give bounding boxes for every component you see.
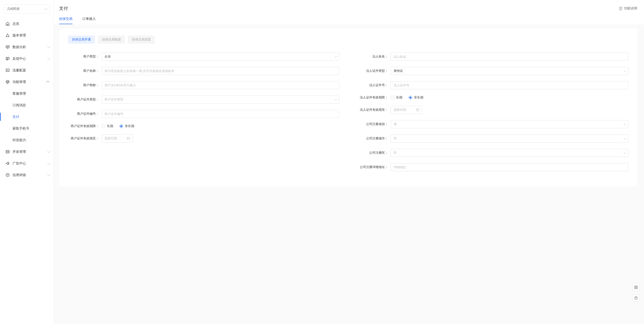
chevron-down-icon (47, 150, 50, 153)
chevron-down-icon (624, 69, 626, 72)
nav-label: 功能管理 (12, 80, 47, 84)
sub-item[interactable]: 支付 (0, 111, 54, 122)
calendar-icon (127, 137, 130, 140)
chevron-down-icon (47, 56, 50, 60)
nav-item-home[interactable]: 总览 (0, 18, 54, 30)
app-selector-label: 几何民宿 (7, 7, 20, 11)
nav: 总览版本管理数据分析反馈中心流量配置功能管理客服管理订阅消息支付获取手机号抖音能… (0, 18, 54, 181)
svg-rect-21 (416, 109, 419, 111)
svg-point-12 (8, 175, 8, 175)
chevron-down-icon (47, 45, 50, 48)
radio-long-term[interactable]: 长期 (102, 124, 113, 128)
radio-not-long-term[interactable]: 非长期 (120, 124, 134, 128)
chevron-down-icon (334, 98, 337, 100)
version-icon (5, 33, 10, 38)
radio-legal-not-long-term[interactable]: 非长期 (408, 96, 423, 100)
label-merchant-cert-valid: 商户证件有效期限： (68, 124, 102, 128)
doc-icon (619, 7, 622, 10)
sidebar: 几何民宿 总览版本管理数据分析反馈中心流量配置功能管理客服管理订阅消息支付获取手… (0, 0, 54, 324)
nav-item-version[interactable]: 版本管理 (0, 30, 54, 41)
select-province[interactable]: 省 (391, 120, 628, 128)
sub-item[interactable]: 订阅消息 (0, 99, 54, 111)
nav-label: 信用评级 (12, 173, 47, 177)
chevron-down-icon (47, 161, 50, 164)
svg-rect-17 (127, 138, 130, 140)
label-legal-cert-expiry: 法人证件有效期至： (357, 108, 391, 112)
seg-tabs: 担保交易开通担保交易数据担保交易设置 (68, 36, 628, 44)
code-icon (5, 150, 10, 154)
help-button[interactable] (632, 294, 640, 302)
nav-item-code[interactable]: 开发管理 (0, 146, 54, 158)
home-icon (5, 22, 10, 26)
input-merchant-short[interactable] (102, 81, 339, 89)
select-district[interactable]: 区 (391, 149, 628, 157)
chevron-down-icon (624, 137, 626, 140)
form-col-left: 商户类型： 企业 商户名称： (68, 52, 339, 178)
floating-buttons (632, 284, 640, 302)
sub-item[interactable]: 抖音能力 (0, 134, 54, 146)
select-city[interactable]: 市 (391, 134, 628, 142)
chevron-down-icon (624, 151, 626, 154)
date-legal-cert-expiry[interactable]: 选择日期 (391, 106, 422, 114)
qr-icon (634, 286, 638, 289)
main: 支付 功能说明 担保交易订单接入 担保交易开通担保交易数据担保交易设置 (54, 0, 644, 324)
nav-item-feedback[interactable]: 反馈中心 (0, 53, 54, 64)
select-merchant-type[interactable]: 企业 (102, 52, 339, 61)
nav-label: 版本管理 (12, 33, 50, 38)
select-merchant-cert-type[interactable]: 商户证件类型 (102, 96, 339, 104)
label-merchant-short: 商户简称： (68, 83, 102, 87)
nav-item-megaphone[interactable]: 广告中心 (0, 158, 54, 169)
input-merchant-cert-no[interactable] (102, 110, 339, 118)
label-legal-cert-no: 法人证件号： (357, 83, 391, 87)
nav-item-traffic[interactable]: 流量配置 (0, 64, 54, 76)
label-legal-cert-valid: 法人证件有效期限： (357, 96, 391, 100)
label-legal-name: 法人姓名： (357, 54, 391, 58)
radio-legal-cert-valid: 长期 非长期 (391, 96, 628, 100)
seg-tab[interactable]: 担保交易开通 (68, 36, 95, 44)
traffic-icon (5, 68, 10, 72)
sub-item[interactable]: 获取手机号 (0, 122, 54, 134)
feedback-icon (5, 56, 10, 61)
input-legal-cert-no[interactable] (391, 81, 628, 89)
nav-label: 流量配置 (12, 68, 50, 72)
chevron-down-icon (47, 173, 50, 176)
label-merchant-type: 商户类型： (68, 54, 102, 58)
nav-label: 广告中心 (12, 161, 47, 166)
svg-point-30 (636, 299, 636, 299)
seg-tab[interactable]: 担保交易数据 (98, 36, 125, 44)
chart-icon (5, 45, 10, 49)
label-address: 公司注册详细地址： (357, 165, 391, 169)
app-selector[interactable]: 几何民宿 (4, 4, 50, 14)
cube-icon (5, 80, 10, 84)
nav-item-gauge[interactable]: 信用评级 (0, 169, 54, 181)
sub-item[interactable]: 客服管理 (0, 88, 54, 99)
nav-label: 开发管理 (12, 150, 47, 154)
date-merchant-cert-expiry[interactable]: 选择日期 (102, 134, 133, 142)
label-merchant-cert-expiry: 商户证件有效期至： (68, 136, 102, 140)
seg-tab[interactable]: 担保交易设置 (128, 36, 155, 44)
label-legal-cert-type: 法人证件类型： (357, 69, 391, 73)
header: 支付 功能说明 担保交易订单接入 (54, 0, 644, 24)
input-legal-name[interactable] (391, 52, 628, 61)
chevron-down-icon (334, 55, 337, 58)
input-merchant-name[interactable] (102, 67, 339, 75)
select-legal-cert-type[interactable]: 身份证 (391, 67, 628, 75)
radio-merchant-cert-valid: 长期 非长期 (102, 124, 339, 128)
chevron-down-icon (624, 122, 626, 125)
input-address[interactable] (391, 163, 628, 171)
nav-item-cube[interactable]: 功能管理 (0, 76, 54, 88)
tab[interactable]: 订单接入 (82, 17, 96, 24)
help-link[interactable]: 功能说明 (619, 6, 637, 10)
chevron-down-icon (44, 7, 48, 10)
svg-rect-26 (636, 286, 638, 287)
page-title: 支付 (59, 5, 68, 12)
tab[interactable]: 担保交易 (59, 17, 72, 24)
nav-item-chart[interactable]: 数据分析 (0, 41, 54, 53)
qr-button[interactable] (632, 284, 640, 291)
radio-legal-long-term[interactable]: 长期 (391, 96, 402, 100)
tabs: 担保交易订单接入 (59, 17, 637, 24)
label-merchant-cert-no: 商户证件编号： (68, 112, 102, 116)
nav-label: 反馈中心 (12, 56, 47, 61)
nav-label: 总览 (12, 22, 50, 26)
svg-rect-3 (6, 57, 9, 60)
